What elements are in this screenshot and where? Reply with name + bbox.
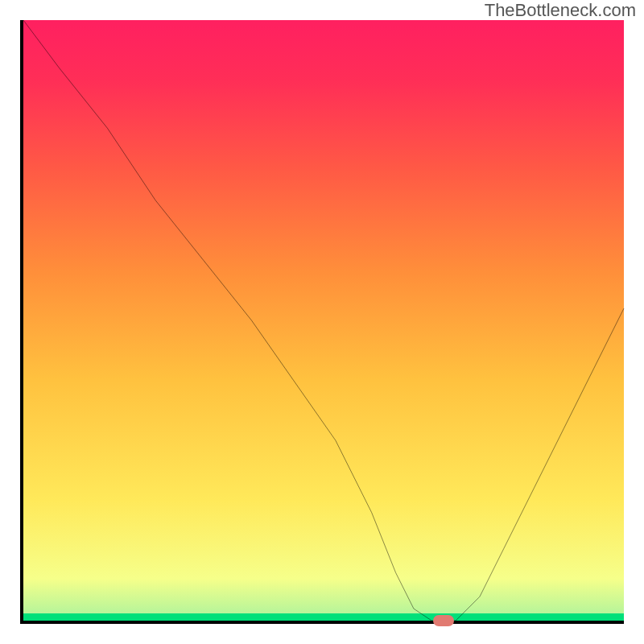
plot-area (20, 20, 624, 624)
watermark-text: TheBottleneck.com (485, 0, 636, 21)
curve-path (23, 20, 624, 621)
optimal-marker (433, 615, 454, 626)
chart-container: TheBottleneck.com (0, 0, 644, 644)
bottleneck-curve (23, 20, 624, 621)
